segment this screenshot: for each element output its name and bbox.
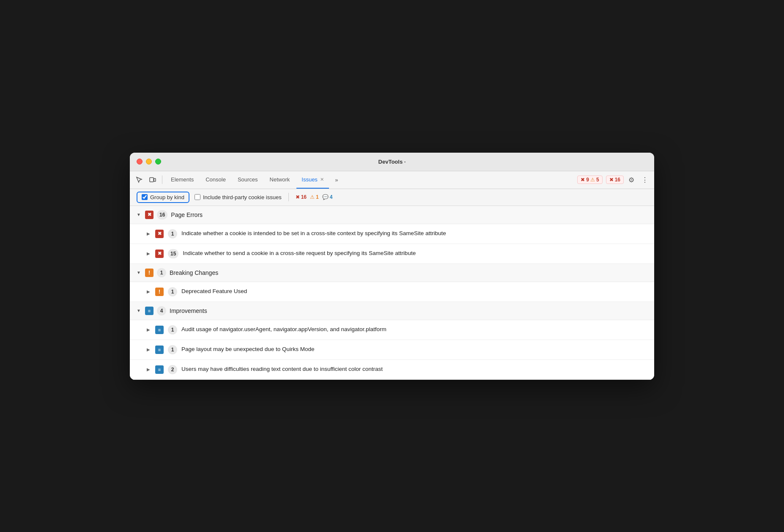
tab-sources[interactable]: Sources bbox=[233, 171, 263, 189]
third-party-text: Include third-party cookie issues bbox=[203, 194, 282, 200]
devtools-window: DevTools · Elements Console Sources Netw… bbox=[130, 153, 654, 380]
section-improvements-icon: ≡ bbox=[145, 307, 154, 315]
section-page-errors-chevron: ▼ bbox=[137, 212, 142, 217]
issue-text-3: Deprecated Feature Used bbox=[181, 288, 247, 296]
issue-icon-1: ✖ bbox=[155, 230, 164, 238]
close-button[interactable] bbox=[137, 159, 143, 165]
issue-count-2: 15 bbox=[168, 249, 178, 258]
tab-console[interactable]: Console bbox=[200, 171, 231, 189]
issues-warn-icon: ⚠ bbox=[310, 194, 315, 200]
issue-icon-5: ≡ bbox=[155, 346, 164, 354]
titlebar: DevTools · bbox=[130, 153, 654, 171]
issue-text-4: Audit usage of navigator.userAgent, navi… bbox=[181, 326, 387, 334]
issues-count-badges: ✖ 16 ⚠ 1 💬 4 bbox=[296, 194, 333, 200]
issue-row-color-contrast[interactable]: ▶ ≡ 2 Users may have difficulties readin… bbox=[130, 360, 654, 380]
traffic-lights bbox=[137, 159, 161, 165]
error-icon: ✖ bbox=[581, 177, 585, 183]
error-count: 9 bbox=[586, 177, 589, 183]
more-options-button[interactable]: ⋮ bbox=[639, 174, 651, 186]
tab-elements[interactable]: Elements bbox=[166, 171, 199, 189]
section-breaking-changes-icon: ! bbox=[145, 269, 154, 277]
section-page-errors-title: Page Errors bbox=[171, 211, 203, 218]
issue-count-5: 1 bbox=[168, 345, 177, 354]
window-title: DevTools · bbox=[378, 159, 406, 165]
issue-row-navigator[interactable]: ▶ ≡ 1 Audit usage of navigator.userAgent… bbox=[130, 320, 654, 340]
issue-chevron-4: ▶ bbox=[147, 327, 151, 332]
section-breaking-changes-title: Breaking Changes bbox=[170, 269, 218, 276]
toolbar-divider-1 bbox=[162, 176, 162, 184]
issue-row-samesite-2[interactable]: ▶ ✖ 15 Indicate whether to send a cookie… bbox=[130, 244, 654, 264]
warn-icon: ⚠ bbox=[590, 177, 595, 183]
issue-text-2: Indicate whether to send a cookie in a c… bbox=[183, 250, 416, 258]
tab-issues-close[interactable]: ✕ bbox=[320, 177, 324, 182]
issue-text-6: Users may have difficulties reading text… bbox=[181, 365, 383, 373]
issue-row-deprecated[interactable]: ▶ ! 1 Deprecated Feature Used bbox=[130, 282, 654, 302]
issues-warn-count: ⚠ 1 bbox=[310, 194, 319, 200]
issue-chevron-6: ▶ bbox=[147, 367, 151, 372]
issue-row-samesite-1[interactable]: ▶ ✖ 1 Indicate whether a cookie is inten… bbox=[130, 224, 654, 244]
issue-chevron-2: ▶ bbox=[147, 251, 151, 256]
issue-count-6: 2 bbox=[168, 365, 177, 374]
issue-icon-2: ✖ bbox=[155, 250, 164, 258]
main-toolbar: Elements Console Sources Network Issues … bbox=[130, 171, 654, 189]
section-breaking-changes-chevron: ▼ bbox=[137, 270, 142, 275]
section-page-errors[interactable]: ▼ ✖ 16 Page Errors bbox=[130, 206, 654, 224]
error-badge[interactable]: ✖ 9 ⚠ 5 bbox=[577, 176, 602, 184]
issue-icon-3: ! bbox=[155, 288, 164, 296]
tab-network[interactable]: Network bbox=[265, 171, 295, 189]
group-by-kind-text: Group by kind bbox=[150, 194, 184, 200]
issue-icon-4: ≡ bbox=[155, 326, 164, 334]
section-improvements-chevron: ▼ bbox=[137, 308, 142, 313]
issue-text-1: Indicate whether a cookie is intended to… bbox=[181, 230, 446, 238]
issue-chevron-3: ▶ bbox=[147, 289, 151, 294]
issues-toolbar-divider bbox=[288, 193, 289, 201]
warn-count: 5 bbox=[596, 177, 599, 183]
issues-info-count: 💬 4 bbox=[322, 194, 333, 200]
maximize-button[interactable] bbox=[155, 159, 161, 165]
section-breaking-changes-count: 1 bbox=[157, 268, 166, 277]
section-breaking-changes[interactable]: ▼ ! 1 Breaking Changes bbox=[130, 264, 654, 282]
third-party-cookie-checkbox[interactable] bbox=[195, 194, 200, 200]
svg-rect-0 bbox=[150, 178, 154, 182]
issue-count-1: 1 bbox=[168, 229, 177, 239]
issue-count-3: 1 bbox=[168, 287, 177, 296]
section-improvements-count: 4 bbox=[157, 306, 166, 315]
settings-button[interactable]: ⚙ bbox=[625, 174, 637, 186]
issues-error-icon: ✖ bbox=[296, 194, 300, 200]
section-improvements-title: Improvements bbox=[170, 307, 207, 314]
issue-chevron-1: ▶ bbox=[147, 231, 151, 236]
issue-count-4: 1 bbox=[168, 325, 177, 335]
issue-chevron-5: ▶ bbox=[147, 347, 151, 352]
error-icon-2: ✖ bbox=[609, 177, 614, 183]
group-by-kind-label[interactable]: Group by kind bbox=[137, 192, 189, 203]
section-page-errors-count: 16 bbox=[157, 210, 167, 219]
tab-issues[interactable]: Issues ✕ bbox=[296, 171, 329, 189]
issues-content: ▼ ✖ 16 Page Errors ▶ ✖ 1 Indicate whethe… bbox=[130, 206, 654, 380]
group-by-kind-checkbox[interactable] bbox=[142, 194, 148, 200]
device-toolbar-button[interactable] bbox=[147, 174, 159, 186]
section-improvements[interactable]: ▼ ≡ 4 Improvements bbox=[130, 302, 654, 320]
issues-error-count: ✖ 16 bbox=[296, 194, 307, 200]
svg-rect-1 bbox=[154, 178, 156, 181]
error-count-2: 16 bbox=[615, 177, 620, 183]
third-party-cookie-label[interactable]: Include third-party cookie issues bbox=[195, 194, 282, 200]
inspect-element-button[interactable] bbox=[133, 174, 145, 186]
issue-text-5: Page layout may be unexpected due to Qui… bbox=[181, 346, 314, 354]
issue-icon-6: ≡ bbox=[155, 365, 164, 374]
section-page-errors-icon: ✖ bbox=[145, 211, 154, 219]
issues-info-icon: 💬 bbox=[322, 194, 329, 200]
issues-toolbar: Group by kind Include third-party cookie… bbox=[130, 189, 654, 206]
error-badge-2[interactable]: ✖ 16 bbox=[606, 176, 624, 184]
more-tabs-button[interactable]: » bbox=[331, 174, 343, 186]
issue-row-quirks-mode[interactable]: ▶ ≡ 1 Page layout may be unexpected due … bbox=[130, 340, 654, 360]
minimize-button[interactable] bbox=[146, 159, 152, 165]
